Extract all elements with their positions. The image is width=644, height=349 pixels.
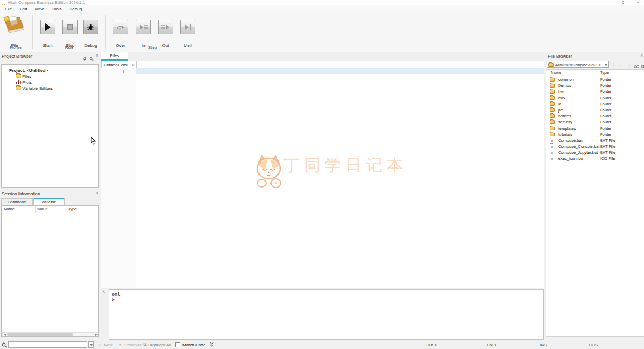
tree-item-variable-editors[interactable]: Variable Editors [16, 85, 53, 91]
file-name: jre [558, 108, 563, 113]
scroll-right-icon[interactable] [95, 334, 97, 336]
column-type[interactable]: Type [68, 206, 77, 213]
restore-button[interactable] [619, 0, 627, 5]
bat-file-icon [550, 139, 553, 144]
column-value[interactable]: Value [37, 206, 48, 213]
folder-icon [16, 86, 21, 90]
search-icon [2, 342, 7, 349]
file-type: Folder [600, 119, 611, 125]
find-history-dropdown[interactable] [88, 341, 94, 348]
file-row[interactable]: templatesFolder [546, 126, 644, 132]
watermark-text: 丁同学日记本 [283, 154, 407, 177]
step-out-button[interactable] [158, 20, 173, 34]
menu-file[interactable]: File [1, 5, 16, 13]
doc-tab-label: Untitled1.oml [102, 63, 128, 67]
file-row[interactable]: noticesFolder [546, 113, 644, 119]
toolbar-separator [213, 15, 213, 49]
file-row[interactable]: commonFolder [546, 77, 644, 83]
previous-arrow-icon[interactable]: ↑ [119, 342, 121, 347]
toolbar-separator [32, 15, 33, 49]
tree-item-files[interactable]: Files [16, 73, 31, 79]
debug-bug-icon [87, 23, 94, 31]
debug-button[interactable] [83, 20, 98, 34]
step-in-icon [138, 24, 148, 30]
project-root-node[interactable]: Project: <Untitled> [9, 67, 48, 73]
bat-file-icon [550, 145, 553, 149]
file-name: tutorials [558, 132, 572, 137]
match-case-label[interactable]: Match Case [182, 342, 206, 347]
path-combo[interactable]: Altair/2020/Compose2020.1.1 [547, 61, 609, 68]
tree-item-files-label: Files [22, 74, 31, 79]
column-name[interactable]: Name [551, 70, 561, 76]
stop-button[interactable] [62, 20, 78, 34]
panel-tab-bar: Files [101, 52, 544, 61]
menu-edit[interactable]: Edit [16, 5, 31, 13]
file-row[interactable]: hwxFolder [546, 95, 644, 101]
session-info-header: Session Information × [0, 190, 100, 198]
step-over-button[interactable] [113, 20, 128, 34]
step-until-button[interactable] [180, 20, 195, 34]
file-row[interactable]: jreFolder [546, 107, 644, 113]
scroll-left-icon[interactable] [4, 334, 6, 336]
project-browser-close-icon[interactable]: × [96, 53, 98, 58]
tab-untitled1-oml[interactable]: Untitled1.oml × [101, 61, 137, 68]
up-directory-icon[interactable]: ↑ [610, 61, 617, 68]
folder-icon [550, 78, 555, 82]
doc-tab-close-icon[interactable]: × [132, 63, 135, 67]
file-row[interactable]: Compose_Console.batBAT File [546, 144, 644, 149]
path-text: Altair/2020/Compose2020.1.1 [555, 63, 601, 67]
scrollbar-thumb[interactable] [7, 333, 73, 336]
file-browser-close-icon[interactable]: × [640, 53, 643, 58]
file-row[interactable]: ioFolder [546, 101, 644, 107]
tree-expander[interactable]: − [3, 68, 7, 72]
file-row[interactable]: Compose_Jupyter.batBAT File [546, 149, 644, 155]
menu-view[interactable]: View [31, 5, 48, 13]
match-case-checkbox[interactable] [175, 342, 180, 347]
start-button[interactable] [40, 20, 55, 34]
find-previous-button[interactable]: Previous [124, 342, 141, 347]
file-row[interactable]: tutorialsFolder [546, 132, 644, 138]
tree-item-plots[interactable]: Plots [16, 79, 32, 85]
file-row[interactable]: exec_icon.icoICO File [546, 155, 644, 161]
column-name[interactable]: Name [4, 206, 15, 213]
menu-debug[interactable]: Debug [66, 5, 86, 13]
tab-files[interactable]: Files [101, 52, 128, 61]
file-row[interactable]: hwFolder [546, 89, 644, 95]
session-info-close-icon[interactable]: × [96, 191, 98, 196]
code-editor[interactable]: 1 Untitled1.oml × 丁同学日记本 [101, 61, 544, 288]
file-type: Folder [600, 132, 611, 138]
highlight-arrows-icon[interactable]: ⇅ [143, 342, 147, 347]
column-divider [66, 206, 66, 213]
pin-icon[interactable] [83, 54, 87, 64]
expand-options-icon[interactable] [210, 342, 214, 348]
mouse-cursor [91, 137, 96, 147]
file-row[interactable]: Compose.batBAT File [546, 138, 644, 144]
highlight-all-button[interactable]: Highlight All [148, 342, 171, 347]
close-button[interactable]: × [634, 0, 642, 5]
command-window-close-icon[interactable]: × [102, 290, 105, 295]
tab-variable-browser[interactable]: Variable Browser [33, 198, 65, 205]
variable-browser-table: Name Value Type [1, 205, 99, 337]
next-arrow-icon[interactable]: ↓ [98, 342, 100, 347]
search-icon[interactable] [89, 54, 94, 64]
path-dropdown[interactable] [603, 61, 608, 67]
file-row[interactable]: DemosFolder [546, 83, 644, 89]
step-in-button[interactable] [136, 20, 151, 34]
column-divider [598, 70, 598, 76]
oml-command-window[interactable]: oml > [109, 289, 544, 340]
file-row[interactable]: securityFolder [546, 119, 644, 125]
find-next-button[interactable]: Next [104, 342, 112, 347]
minimize-button[interactable]: – [604, 0, 611, 5]
find-input[interactable] [8, 341, 87, 348]
column-type[interactable]: Type [600, 70, 609, 76]
forward-icon[interactable]: → [626, 61, 632, 68]
horizontal-scrollbar[interactable] [2, 332, 98, 336]
back-icon[interactable]: ← [618, 61, 624, 68]
file-type: BAT File [600, 138, 615, 144]
folder-icon [550, 127, 555, 130]
project-browser-header: Project Browser × [0, 52, 100, 61]
file-button[interactable] [3, 15, 27, 38]
menu-tools[interactable]: Tools [48, 5, 66, 13]
tab-command-history[interactable]: Command History [1, 198, 33, 205]
file-name: Compose_Console.bat [558, 144, 599, 149]
